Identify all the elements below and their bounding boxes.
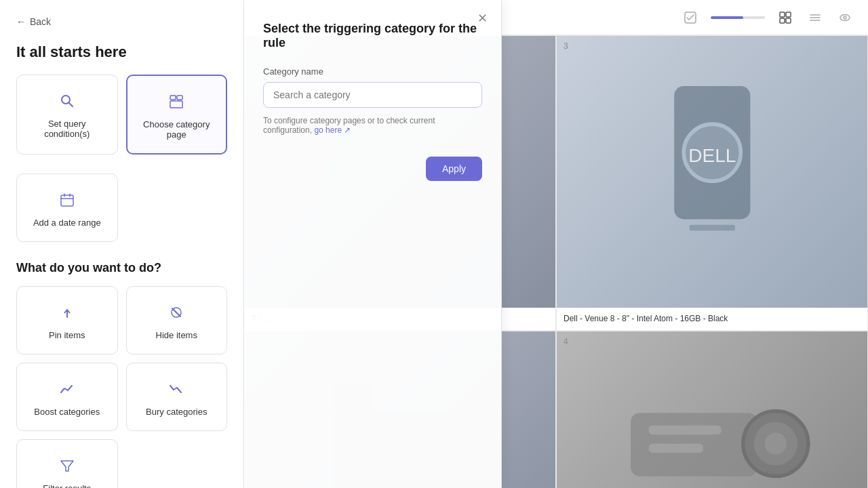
svg-rect-3: [177, 96, 182, 100]
starts-title: It all starts here: [16, 43, 227, 61]
card-choose-category-label: Choose category page: [136, 119, 218, 140]
card-boost-categories-label: Boost categories: [34, 407, 100, 417]
card-filter-results-label: Filter results: [43, 483, 91, 488]
product-number-dell: 3: [564, 41, 568, 51]
action-title: What do you want to do?: [16, 261, 227, 275]
product-card-dell[interactable]: 3 DELL Dell - Venue 8 - 8" - Intel Atom …: [556, 35, 868, 331]
starts-cards: Set query condition(s) Choose category p…: [16, 75, 227, 155]
card-bury-categories-label: Bury categories: [146, 407, 207, 417]
svg-rect-5: [61, 195, 73, 206]
card-set-query-label: Set query condition(s): [25, 119, 109, 139]
back-button[interactable]: ← Back: [16, 16, 227, 27]
product-image-projector: [557, 331, 867, 488]
check-icon[interactable]: [681, 8, 700, 27]
product-name-dell: Dell - Venue 8 - 8" - Intel Atom - 16GB …: [557, 308, 867, 330]
card-choose-category[interactable]: Choose category page: [126, 75, 228, 155]
card-bury-categories[interactable]: Bury categories: [126, 363, 228, 431]
svg-point-22: [844, 16, 846, 19]
card-add-date[interactable]: Add a date range: [16, 174, 118, 242]
filter-icon: [55, 453, 79, 478]
config-hint: To configure category pages or to check …: [263, 116, 482, 135]
action-cards: Pin items Hide items Boost categories: [16, 286, 227, 488]
eye-view-icon[interactable]: [835, 8, 854, 27]
modal-close-button[interactable]: ✕: [477, 11, 488, 26]
category-modal: ✕ Select the triggering category for the…: [244, 0, 502, 488]
hide-icon: [164, 300, 189, 325]
svg-rect-15: [786, 12, 791, 17]
svg-rect-27: [689, 225, 734, 230]
progress-bar: [711, 16, 765, 19]
product-number-projector: 4: [564, 337, 568, 346]
category-search-input[interactable]: [263, 82, 482, 108]
svg-point-33: [764, 432, 786, 454]
date-range-section: Add a date range: [16, 174, 227, 242]
card-boost-categories[interactable]: Boost categories: [16, 363, 118, 431]
category-icon: [164, 89, 189, 114]
search-icon: [55, 89, 79, 113]
category-input-label: Category name: [263, 66, 482, 77]
card-pin-items[interactable]: Pin items: [16, 286, 118, 354]
back-label: Back: [30, 16, 51, 27]
card-filter-results[interactable]: Filter results: [16, 439, 118, 488]
card-pin-items-label: Pin items: [49, 330, 85, 340]
card-hide-items-label: Hide items: [156, 330, 197, 340]
svg-rect-14: [780, 12, 785, 17]
svg-rect-34: [648, 425, 721, 434]
svg-rect-16: [780, 18, 785, 23]
progress-bar-fill: [711, 16, 743, 19]
pin-icon: [55, 300, 79, 325]
svg-line-11: [172, 308, 180, 317]
svg-rect-35: [648, 443, 703, 452]
boost-icon: [55, 377, 79, 401]
grid-view-icon[interactable]: [776, 8, 795, 27]
apply-button[interactable]: Apply: [426, 157, 482, 181]
svg-rect-17: [786, 18, 791, 23]
svg-marker-12: [61, 461, 73, 471]
list-view-icon[interactable]: [806, 8, 825, 27]
card-set-query[interactable]: Set query condition(s): [16, 75, 118, 155]
svg-line-1: [68, 103, 73, 107]
modal-title: Select the triggering category for the r…: [263, 22, 482, 50]
calendar-icon: [55, 188, 79, 212]
svg-text:DELL: DELL: [688, 145, 736, 166]
left-panel: ← Back It all starts here Set query cond…: [0, 0, 244, 488]
card-hide-items[interactable]: Hide items: [126, 286, 228, 354]
svg-rect-2: [170, 96, 176, 100]
back-arrow-icon: ←: [16, 16, 26, 27]
search-input-wrap: [263, 82, 482, 108]
bury-icon: [164, 377, 189, 401]
svg-rect-4: [170, 101, 182, 108]
hint-link[interactable]: go here ↗: [314, 125, 351, 135]
svg-point-21: [840, 14, 850, 20]
product-card-projector[interactable]: 4 Optoma - 1080p DLP Projector - Black: [556, 331, 868, 488]
product-image-dell: DELL: [557, 36, 867, 308]
card-add-date-label: Add a date range: [33, 218, 101, 228]
